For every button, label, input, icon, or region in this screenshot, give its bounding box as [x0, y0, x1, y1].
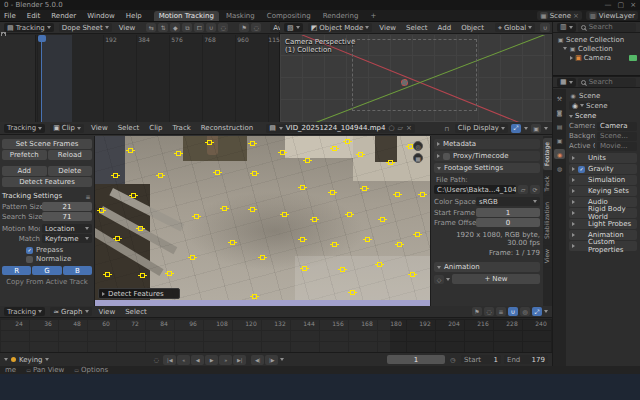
workspace-tab[interactable]: Rendering [318, 11, 364, 21]
clip-sidebar-tab[interactable]: View [543, 245, 552, 267]
viewport-menu-item[interactable]: Select [404, 24, 430, 32]
properties-search[interactable]: Search [578, 78, 636, 87]
track-marker[interactable] [215, 170, 220, 175]
panel-checkbox[interactable] [578, 232, 585, 239]
scene-panel-header[interactable]: Scene [569, 111, 637, 121]
auto-key-icon[interactable]: ◌ [151, 355, 161, 364]
graph-pivot-icon[interactable]: ◎ [520, 307, 530, 316]
start-frame-field[interactable]: Start 1 [461, 355, 501, 364]
viewlayer-selector[interactable]: ▥ ViewLayer [586, 11, 638, 20]
track-marker[interactable] [305, 158, 310, 163]
scene-unlink-icon[interactable]: × [573, 12, 579, 20]
preset-menu-icon[interactable]: ≡ [84, 193, 92, 200]
graph-canvas[interactable]: 2436486072849610812013214415616818019220… [0, 319, 552, 352]
clip-display-dropdown[interactable]: Clip Display [455, 124, 508, 133]
track-marker[interactable] [167, 271, 172, 276]
track-marker[interactable] [350, 290, 355, 295]
track-marker[interactable] [176, 151, 181, 156]
track-marker[interactable] [113, 173, 118, 178]
end-frame-field[interactable]: End 179 [504, 355, 548, 364]
panel-checkbox[interactable] [578, 199, 585, 206]
clip-mode-dropdown[interactable]: Tracking [4, 124, 45, 133]
lock-view-icon[interactable]: ⊓ [442, 124, 452, 133]
dope-timeline-area[interactable]: 1923845767689601152 [37, 35, 279, 122]
viewport-3d-canvas[interactable]: Camera Perspective (1) Collection [280, 35, 552, 122]
paste-keyframes-icon[interactable]: ⧠ [194, 23, 204, 32]
track-marker[interactable] [252, 294, 257, 299]
background-field[interactable]: Scene... [597, 132, 637, 141]
properties-panel-header[interactable]: Keying Sets [569, 186, 637, 196]
track-marker[interactable] [330, 190, 335, 195]
collapse-caret-icon[interactable] [570, 56, 573, 60]
graph-gizmo-icon[interactable]: ⤢ [532, 307, 542, 316]
world-tab[interactable]: ◍ [554, 163, 565, 173]
track-marker[interactable] [230, 240, 235, 245]
panel-checkbox[interactable] [578, 188, 585, 195]
track-marker[interactable] [312, 217, 317, 222]
viewport-menu-item[interactable]: Add [436, 24, 454, 32]
track-marker[interactable] [300, 237, 305, 242]
close-button[interactable]: × [630, 1, 636, 9]
footage-panel-header[interactable]: Footage Settings [434, 163, 540, 173]
proxy-panel-header[interactable]: Proxy/Timecode [434, 151, 540, 161]
insert-keyframe-icon[interactable]: ◆ [170, 23, 180, 32]
metadata-panel-header[interactable]: Metadata [434, 139, 540, 149]
track-marker[interactable] [332, 146, 337, 151]
graph-normalize-icon[interactable]: ≡ [496, 307, 506, 316]
track-marker[interactable] [250, 207, 255, 212]
channel-toggle-button[interactable]: B [63, 266, 92, 275]
search-size-field[interactable]: 71 [42, 212, 92, 221]
browse-folder-icon[interactable]: ▱ [518, 185, 528, 194]
viewport-menu-item[interactable]: View [377, 24, 398, 32]
track-marker[interactable] [410, 272, 415, 277]
clip-menu-item[interactable]: Select [116, 124, 142, 132]
normalize-checkbox[interactable] [26, 256, 33, 263]
workspace-tab[interactable]: + [365, 11, 381, 21]
color-space-dropdown[interactable]: sRGB [476, 197, 540, 206]
track-marker[interactable] [380, 217, 385, 222]
expand-caret-icon[interactable] [563, 47, 567, 50]
add-marker-button[interactable]: Add [2, 166, 47, 176]
tool-tab[interactable]: ⚒ [554, 93, 565, 103]
track-marker[interactable] [194, 214, 199, 219]
properties-panel-header[interactable]: Custom Properties [569, 241, 637, 251]
track-marker[interactable] [395, 192, 400, 197]
gizmo-dropdown-icon[interactable]: ⤢ [511, 124, 521, 133]
track-marker[interactable] [377, 262, 382, 267]
viewlayer-tab[interactable]: ▣ [554, 135, 565, 145]
snap-magnet-icon[interactable]: ∪ [540, 23, 550, 32]
mode-dropdown[interactable]: ◩Object Mode [308, 23, 373, 32]
track-marker[interactable] [99, 208, 104, 213]
track-marker[interactable] [158, 173, 163, 178]
clip-datablock[interactable]: ▤ VID_20251224_104944.mp4 ○ ▱ × [266, 124, 415, 133]
properties-panel-header[interactable]: Units [569, 153, 637, 163]
graph-ghost-icon[interactable]: ◌ [484, 307, 494, 316]
menu-item[interactable]: Edit [25, 12, 43, 20]
outliner-search[interactable]: Search [578, 23, 636, 32]
camera-field[interactable]: Camera [597, 122, 637, 131]
graph-menu-item[interactable]: Select [123, 308, 149, 316]
filter-ghost-icon[interactable]: ◌ [251, 23, 261, 32]
properties-panel-header[interactable]: Simulation [569, 175, 637, 185]
prepass-checkbox[interactable]: ✓ [26, 247, 33, 254]
tracking-settings-title[interactable]: Tracking Settings [2, 192, 62, 200]
jump-start-button[interactable]: |◀ [163, 355, 176, 365]
timeline-collapse-icon[interactable] [4, 358, 8, 361]
reload-footage-icon[interactable]: ⟳ [530, 185, 540, 194]
set-scene-frames-button[interactable]: Set Scene Frames [2, 139, 92, 149]
outliner-row-scene-collection[interactable]: ▣ Scene Collection [557, 35, 640, 44]
scene-selector[interactable]: ▦ Scene × [537, 11, 582, 20]
start-frame-field[interactable]: 1 [476, 208, 540, 217]
clip-editor-type[interactable]: ▣Clip [50, 124, 84, 133]
match-dropdown[interactable]: Keyframe [42, 234, 92, 243]
track-marker[interactable] [358, 152, 363, 157]
track-marker[interactable] [222, 206, 227, 211]
animation-panel-header[interactable]: Animation [434, 262, 540, 272]
channel-toggle-button[interactable]: G [32, 266, 61, 275]
action-icon[interactable]: ◇ [434, 275, 444, 284]
outliner-type-dropdown[interactable]: ▥ [557, 23, 576, 32]
channel-toggle-button[interactable]: R [2, 266, 31, 275]
playhead-handle[interactable] [38, 35, 46, 42]
properties-panel-header[interactable]: Light Probes [569, 219, 637, 229]
track-marker[interactable] [340, 267, 345, 272]
